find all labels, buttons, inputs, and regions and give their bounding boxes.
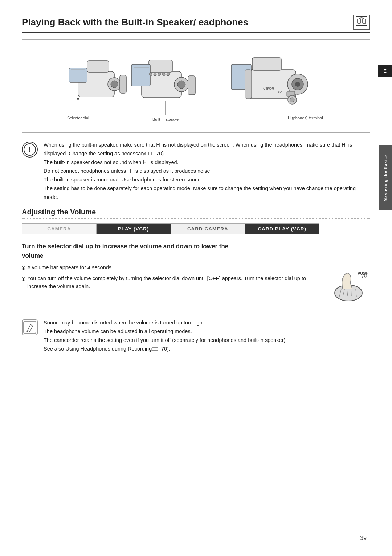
main-instruction: Turn the selector dial up to increase th… [22, 242, 240, 260]
camera-images-box: Selector dial [22, 39, 370, 133]
side-tab-e: E [378, 65, 392, 77]
mode-card-camera[interactable]: CARD CAMERA [171, 224, 245, 234]
warning-text: When using the built-in speaker, make su… [44, 141, 370, 201]
svg-point-5 [111, 81, 118, 88]
dial-illustration: PUSH ♪ [323, 264, 370, 312]
bullet-2: ¥ You can turn off the volume completely… [22, 275, 312, 291]
svg-text:♪: ♪ [366, 274, 367, 278]
svg-text:Built-in speaker: Built-in speaker [152, 117, 180, 122]
svg-text:Canon: Canon [263, 86, 274, 90]
svg-line-40 [294, 101, 307, 113]
svg-point-15 [177, 81, 185, 89]
pencil-icon [22, 319, 38, 335]
camera-row: Selector dial [64, 46, 328, 126]
svg-point-10 [77, 98, 79, 100]
bullet-text-1: A volume bar appears for 4 seconds. [27, 264, 113, 273]
svg-rect-7 [69, 68, 87, 82]
page-number: 39 [360, 535, 367, 541]
svg-rect-26 [188, 76, 195, 95]
camcorder-right: Canon AV H (phones) terminal [227, 46, 328, 126]
page: E Mastering the Basics Playing Back with… [0, 0, 392, 556]
mode-play-vcr[interactable]: PLAY (VCR) [97, 224, 171, 234]
bullet-icon-1: ¥ [22, 264, 25, 273]
svg-rect-42 [245, 70, 252, 99]
bullet-list: ¥ A volume bar appears for 4 seconds. ¥ … [22, 264, 312, 293]
svg-text:Selector dial: Selector dial [67, 116, 89, 120]
svg-rect-16 [149, 60, 172, 72]
pencil-note: Sound may become distorted when the volu… [22, 319, 370, 353]
svg-text:AV: AV [278, 90, 282, 94]
warning-note: ! When using the built-in speaker, make … [22, 141, 370, 201]
svg-point-23 [158, 73, 161, 76]
svg-rect-33 [252, 58, 281, 70]
mode-bar: CAMERA PLAY (VCR) CARD CAMERA CARD PLAY … [22, 223, 319, 234]
svg-text:!: ! [29, 146, 31, 154]
bullet-icon-2: ¥ [22, 275, 25, 291]
mode-camera[interactable]: CAMERA [22, 224, 97, 234]
pencil-text: Sound may become distorted when the volu… [44, 319, 287, 353]
svg-point-32 [295, 82, 300, 87]
headphones-icon [353, 15, 370, 30]
svg-rect-2 [363, 19, 366, 23]
svg-text:H (phones) terminal: H (phones) terminal [288, 116, 323, 120]
section-title: Adjusting the Volume [22, 208, 370, 219]
camcorder-left: Selector dial [64, 46, 216, 126]
page-title: Playing Back with the Built-in Speaker/ … [22, 15, 370, 33]
svg-rect-17 [131, 64, 150, 86]
title-text: Playing Back with the Built-in Speaker/ … [22, 17, 248, 28]
svg-point-25 [167, 73, 170, 76]
bullet-1: ¥ A volume bar appears for 4 seconds. [22, 264, 312, 273]
svg-rect-6 [87, 61, 109, 72]
svg-point-21 [149, 73, 152, 76]
svg-point-38 [290, 98, 294, 102]
svg-point-24 [162, 73, 165, 76]
svg-point-22 [154, 73, 156, 76]
mode-card-play-vcr[interactable]: CARD PLAY (VCR) [245, 224, 319, 234]
warning-icon: ! [22, 142, 38, 158]
mastering-tab: Mastering the Basics [379, 145, 392, 210]
bullet-text-2: You can turn off the volume completely b… [27, 275, 312, 291]
content-row: ¥ A volume bar appears for 4 seconds. ¥ … [22, 264, 370, 312]
svg-rect-1 [358, 19, 360, 23]
svg-rect-12 [120, 75, 126, 93]
